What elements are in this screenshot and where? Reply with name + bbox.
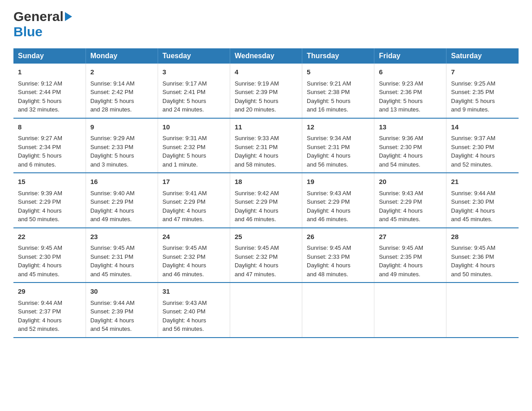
day-number: 8 — [18, 122, 81, 133]
day-number: 31 — [163, 287, 225, 297]
daylight: Daylight: 4 hours — [451, 207, 495, 214]
calendar-cell: 18 Sunrise: 9:42 AM Sunset: 2:29 PM Dayl… — [230, 173, 302, 228]
sunrise: Sunrise: 9:43 AM — [307, 190, 351, 197]
sunset: Sunset: 2:30 PM — [451, 144, 494, 150]
sunset: Sunset: 2:34 PM — [18, 144, 61, 150]
sunset: Sunset: 2:40 PM — [163, 308, 206, 315]
calendar-cell: 2 Sunrise: 9:14 AM Sunset: 2:42 PM Dayli… — [86, 64, 158, 118]
day-number: 28 — [451, 232, 514, 242]
calendar-cell: 12 Sunrise: 9:34 AM Sunset: 2:31 PM Dayl… — [302, 118, 374, 173]
daylight: Daylight: 4 hours — [235, 262, 279, 269]
day-number: 17 — [163, 177, 225, 187]
sunrise: Sunrise: 9:34 AM — [307, 135, 351, 141]
week-row-4: 22 Sunrise: 9:45 AM Sunset: 2:30 PM Dayl… — [13, 228, 519, 283]
day-number: 19 — [307, 177, 369, 187]
day-number: 21 — [451, 177, 514, 187]
daylight2: and 32 minutes. — [18, 106, 60, 113]
calendar-cell: 15 Sunrise: 9:39 AM Sunset: 2:29 PM Dayl… — [13, 173, 86, 228]
sunrise: Sunrise: 9:40 AM — [90, 190, 135, 197]
sunset: Sunset: 2:31 PM — [235, 144, 278, 150]
day-number: 16 — [90, 177, 153, 187]
calendar-cell — [374, 283, 446, 338]
day-number: 22 — [18, 232, 81, 242]
daylight: Daylight: 4 hours — [307, 207, 351, 214]
daylight: Daylight: 5 hours — [235, 98, 279, 104]
day-number: 27 — [379, 232, 442, 242]
day-number: 10 — [163, 122, 225, 133]
daylight2: and 54 minutes. — [379, 161, 420, 168]
sunrise: Sunrise: 9:33 AM — [235, 135, 279, 141]
header-saturday: Saturday — [446, 48, 519, 64]
calendar-cell: 28 Sunrise: 9:45 AM Sunset: 2:36 PM Dayl… — [446, 228, 519, 283]
daylight2: and 28 minutes. — [90, 106, 132, 113]
week-row-5: 29 Sunrise: 9:44 AM Sunset: 2:37 PM Dayl… — [13, 283, 519, 338]
daylight: Daylight: 4 hours — [163, 262, 206, 269]
sunrise: Sunrise: 9:25 AM — [451, 80, 495, 87]
daylight: Daylight: 4 hours — [235, 152, 279, 159]
sunset: Sunset: 2:29 PM — [90, 198, 133, 205]
page-header: General Blue — [13, 9, 519, 39]
calendar-cell: 11 Sunrise: 9:33 AM Sunset: 2:31 PM Dayl… — [230, 118, 302, 173]
sunset: Sunset: 2:41 PM — [163, 89, 206, 95]
day-number: 3 — [163, 67, 225, 77]
day-number: 23 — [90, 232, 153, 242]
daylight2: and 3 minutes. — [90, 161, 129, 168]
sunset: Sunset: 2:29 PM — [379, 198, 422, 205]
sunrise: Sunrise: 9:45 AM — [307, 244, 351, 251]
day-number: 7 — [451, 67, 514, 77]
calendar-cell: 10 Sunrise: 9:31 AM Sunset: 2:32 PM Dayl… — [158, 118, 230, 173]
day-number: 15 — [18, 177, 81, 187]
calendar-cell: 26 Sunrise: 9:45 AM Sunset: 2:33 PM Dayl… — [302, 228, 374, 283]
sunset: Sunset: 2:31 PM — [90, 253, 133, 260]
sunrise: Sunrise: 9:19 AM — [235, 80, 279, 87]
calendar-cell: 29 Sunrise: 9:44 AM Sunset: 2:37 PM Dayl… — [13, 283, 86, 338]
daylight2: and 58 minutes. — [235, 161, 276, 168]
sunrise: Sunrise: 9:37 AM — [451, 135, 495, 141]
sunrise: Sunrise: 9:31 AM — [163, 135, 207, 141]
daylight: Daylight: 5 hours — [163, 98, 206, 104]
sunset: Sunset: 2:29 PM — [163, 198, 206, 205]
calendar-cell: 6 Sunrise: 9:23 AM Sunset: 2:36 PM Dayli… — [374, 64, 446, 118]
calendar-cell: 8 Sunrise: 9:27 AM Sunset: 2:34 PM Dayli… — [13, 118, 86, 173]
calendar-cell: 27 Sunrise: 9:45 AM Sunset: 2:35 PM Dayl… — [374, 228, 446, 283]
calendar-cell: 14 Sunrise: 9:37 AM Sunset: 2:30 PM Dayl… — [446, 118, 519, 173]
calendar-cell: 5 Sunrise: 9:21 AM Sunset: 2:38 PM Dayli… — [302, 64, 374, 118]
calendar-cell: 22 Sunrise: 9:45 AM Sunset: 2:30 PM Dayl… — [13, 228, 86, 283]
day-number: 9 — [90, 122, 153, 133]
day-number: 11 — [235, 122, 297, 133]
daylight: Daylight: 4 hours — [307, 262, 351, 269]
daylight2: and 50 minutes. — [451, 271, 493, 278]
sunset: Sunset: 2:29 PM — [307, 198, 350, 205]
day-number: 24 — [163, 232, 225, 242]
daylight: Daylight: 4 hours — [18, 317, 62, 324]
daylight2: and 49 minutes. — [90, 216, 132, 223]
daylight2: and 50 minutes. — [18, 216, 60, 223]
day-number: 5 — [307, 67, 369, 77]
sunrise: Sunrise: 9:41 AM — [163, 190, 207, 197]
header-tuesday: Tuesday — [158, 48, 230, 64]
sunset: Sunset: 2:29 PM — [235, 198, 278, 205]
sunrise: Sunrise: 9:45 AM — [90, 244, 135, 251]
daylight2: and 54 minutes. — [90, 325, 132, 332]
daylight: Daylight: 4 hours — [451, 152, 495, 159]
day-number: 18 — [235, 177, 297, 187]
daylight2: and 13 minutes. — [379, 106, 420, 113]
sunrise: Sunrise: 9:44 AM — [18, 300, 62, 306]
sunrise: Sunrise: 9:36 AM — [379, 135, 423, 141]
header-wednesday: Wednesday — [230, 48, 302, 64]
calendar-cell: 16 Sunrise: 9:40 AM Sunset: 2:29 PM Dayl… — [86, 173, 158, 228]
daylight: Daylight: 5 hours — [18, 152, 62, 159]
sunset: Sunset: 2:42 PM — [90, 89, 133, 95]
daylight: Daylight: 4 hours — [307, 152, 351, 159]
sunset: Sunset: 2:30 PM — [379, 144, 422, 150]
daylight2: and 47 minutes. — [235, 271, 276, 278]
daylight2: and 46 minutes. — [163, 271, 204, 278]
daylight: Daylight: 4 hours — [163, 317, 206, 324]
sunset: Sunset: 2:32 PM — [163, 144, 206, 150]
sunrise: Sunrise: 9:45 AM — [18, 244, 62, 251]
day-number: 4 — [235, 67, 297, 77]
logo: General Blue — [13, 9, 72, 39]
sunset: Sunset: 2:32 PM — [235, 253, 278, 260]
daylight2: and 46 minutes. — [235, 216, 276, 223]
sunset: Sunset: 2:33 PM — [307, 253, 350, 260]
